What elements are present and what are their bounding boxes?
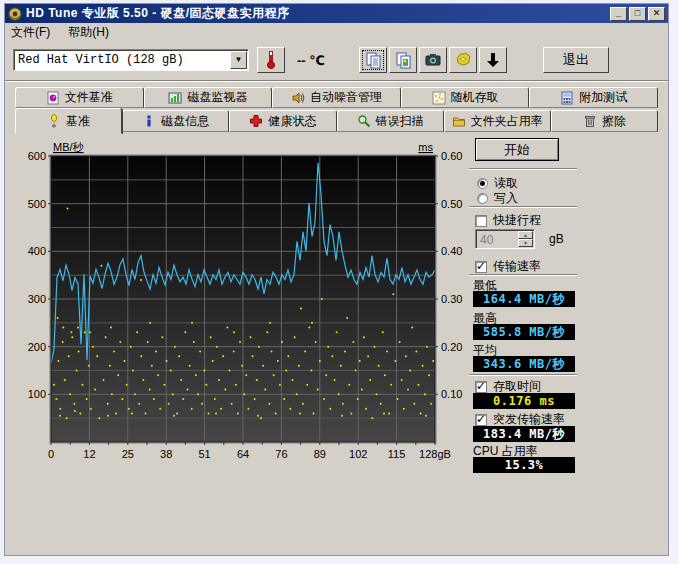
app-icon <box>8 7 22 21</box>
svg-text:600: 600 <box>28 150 46 162</box>
separator <box>469 206 577 208</box>
separator <box>469 168 577 170</box>
disk-monitor-icon <box>168 91 182 105</box>
speaker-icon <box>291 91 305 105</box>
burst-rate-checkbox[interactable] <box>475 414 487 426</box>
window-title: HD Tune 专业版 5.50 - 硬盘/固态硬盘实用程序 <box>26 5 289 22</box>
tab-erase[interactable]: 擦除 <box>551 110 658 132</box>
copy-icon <box>365 52 382 69</box>
tab-random-access[interactable]: 随机存取 <box>401 87 530 108</box>
tab-benchmark[interactable]: 基准 <box>15 108 122 134</box>
cpu-usage-display: 15.3% <box>473 457 575 473</box>
toolbar: Red Hat VirtIO (128 gB) ▼ -- ℃ <box>5 41 668 81</box>
chart-svg: 1002003004005006000.100.200.300.400.500.… <box>11 138 463 460</box>
chevron-down-icon[interactable]: ▼ <box>230 51 247 69</box>
svg-text:115: 115 <box>388 448 406 460</box>
tab-disk-monitor[interactable]: 磁盘监视器 <box>144 87 273 108</box>
max-value-display: 585.8 MB/秒 <box>473 324 575 340</box>
save-results-icon <box>454 51 472 69</box>
drive-selector-value: Red Hat VirtIO (128 gB) <box>14 53 230 67</box>
avg-value-display: 343.6 MB/秒 <box>473 356 575 372</box>
hd-tune-window: HD Tune 专业版 5.50 - 硬盘/固态硬盘实用程序 _ □ ✕ 文件(… <box>0 0 679 564</box>
temperature-readout: -- ℃ <box>297 53 325 68</box>
tab-folder-usage[interactable]: 文件夹占用率 <box>444 110 551 132</box>
svg-text:MB/秒: MB/秒 <box>53 141 85 153</box>
transfer-rate-label: 传输速率 <box>493 258 541 275</box>
svg-text:500: 500 <box>28 198 46 210</box>
close-button[interactable]: ✕ <box>648 7 665 21</box>
camera-icon <box>424 51 442 69</box>
separator <box>469 274 577 276</box>
thermometer-icon <box>267 51 275 69</box>
svg-text:0: 0 <box>48 448 54 460</box>
min-value-display: 164.4 MB/秒 <box>473 291 575 307</box>
svg-text:0.30: 0.30 <box>441 293 462 305</box>
write-radio-row[interactable]: 写入 <box>477 190 518 207</box>
read-radio[interactable] <box>477 178 488 189</box>
menu-help[interactable]: 帮助(H) <box>68 24 109 41</box>
exit-button[interactable]: 退出 <box>543 47 609 73</box>
svg-text:300: 300 <box>28 293 46 305</box>
tab-disk-info[interactable]: 磁盘信息 <box>122 110 229 132</box>
shortstroke-row[interactable]: 快捷行程 <box>475 212 541 229</box>
extra-tests-icon <box>560 91 574 105</box>
trash-icon <box>583 114 597 128</box>
title-bar: HD Tune 专业版 5.50 - 硬盘/固态硬盘实用程序 _ □ ✕ <box>5 4 668 23</box>
disk-info-icon <box>142 114 156 128</box>
folder-icon <box>452 114 466 128</box>
separator <box>469 374 577 376</box>
window-frame: HD Tune 专业版 5.50 - 硬盘/固态硬盘实用程序 _ □ ✕ 文件(… <box>4 3 669 556</box>
tab-health[interactable]: 健康状态 <box>229 110 336 132</box>
scroll-down-button[interactable] <box>479 47 507 73</box>
menu-file[interactable]: 文件(F) <box>11 24 50 41</box>
save-results-button[interactable] <box>449 47 477 73</box>
magnifier-icon <box>357 114 371 128</box>
svg-text:89: 89 <box>314 448 326 460</box>
write-radio-label: 写入 <box>494 190 518 207</box>
random-access-icon <box>432 91 446 105</box>
access-time-checkbox[interactable] <box>475 381 487 393</box>
svg-text:0.40: 0.40 <box>441 245 462 257</box>
transfer-rate-row[interactable]: 传输速率 <box>475 258 541 275</box>
copy-text-button[interactable] <box>359 47 387 73</box>
tab-error-scan[interactable]: 错误扫描 <box>337 110 444 132</box>
shortstroke-size-field[interactable]: 40 ▲▼ <box>475 229 535 249</box>
transfer-rate-checkbox[interactable] <box>475 261 487 273</box>
start-button[interactable]: 开始 <box>475 138 559 161</box>
svg-text:25: 25 <box>122 448 134 460</box>
svg-text:200: 200 <box>28 341 46 353</box>
tab-extra-tests[interactable]: 附加测试 <box>529 87 658 108</box>
drive-selector[interactable]: Red Hat VirtIO (128 gB) ▼ <box>13 49 249 71</box>
health-cross-icon <box>249 114 263 128</box>
svg-text:100: 100 <box>28 388 46 400</box>
svg-text:12: 12 <box>83 448 95 460</box>
svg-text:0.60: 0.60 <box>441 150 462 162</box>
svg-text:76: 76 <box>275 448 287 460</box>
down-arrow-icon <box>484 51 502 69</box>
tab-row-secondary: 文件基准 磁盘监视器 自动噪音管理 <box>15 87 658 108</box>
benchmark-icon <box>47 114 61 128</box>
write-radio[interactable] <box>477 193 488 204</box>
svg-text:102: 102 <box>349 448 367 460</box>
spinner-arrows[interactable]: ▲▼ <box>518 231 533 247</box>
shortstroke-value: 40 <box>476 230 518 248</box>
menu-bar: 文件(F) 帮助(H) <box>5 23 668 41</box>
screenshot-button[interactable] <box>419 47 447 73</box>
svg-text:51: 51 <box>198 448 210 460</box>
maximize-button[interactable]: □ <box>629 7 646 21</box>
svg-text:0.20: 0.20 <box>441 341 462 353</box>
spin-up-icon: ▲ <box>518 231 533 239</box>
svg-text:400: 400 <box>28 245 46 257</box>
copy-image-button[interactable] <box>389 47 417 73</box>
tab-file-benchmark[interactable]: 文件基准 <box>15 87 144 108</box>
svg-text:38: 38 <box>160 448 172 460</box>
svg-text:64: 64 <box>237 448 249 460</box>
copy-image-icon <box>395 52 412 69</box>
tab-aam[interactable]: 自动噪音管理 <box>272 87 401 108</box>
svg-text:ms: ms <box>418 141 433 153</box>
temperature-button[interactable] <box>257 47 285 73</box>
minimize-button[interactable]: _ <box>610 7 627 21</box>
shortstroke-checkbox[interactable] <box>475 215 487 227</box>
file-benchmark-icon <box>46 91 60 105</box>
svg-text:0.10: 0.10 <box>441 388 462 400</box>
